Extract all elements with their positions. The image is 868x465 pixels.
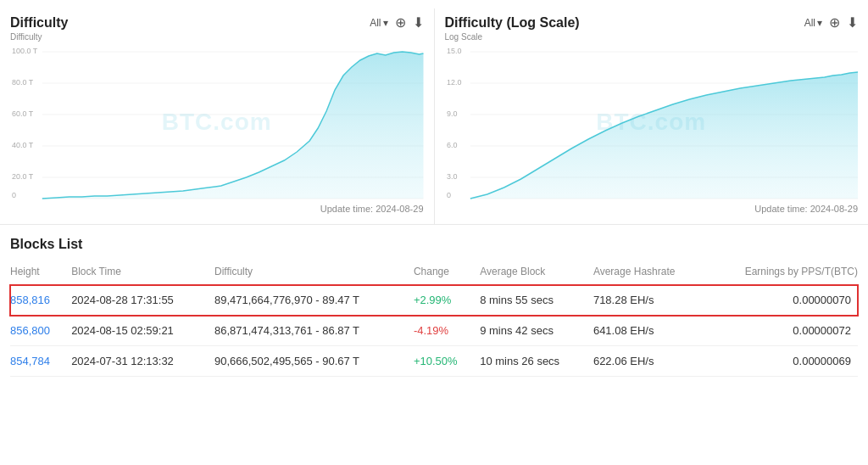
left-range-button[interactable]: All ▾ (370, 17, 387, 29)
blocks-table-body: 858,8162024-08-28 17:31:5589,471,664,776… (10, 285, 858, 377)
left-chart-area: BTC.com 100.0 T 80.0 T 60.0 T 40.0 T 20.… (10, 43, 424, 200)
col-earnings: Earnings by PPS/T(BTC) (709, 262, 858, 285)
col-block-time: Block Time (71, 262, 214, 285)
cell-difficulty: 89,471,664,776,970 - 89.47 T (214, 285, 414, 316)
cell-earnings: 0.00000069 (709, 346, 858, 377)
svg-text:100.0 T: 100.0 T (12, 47, 38, 55)
cell-avg-block: 8 mins 55 secs (480, 285, 593, 316)
col-avg-hashrate: Average Hashrate (593, 262, 709, 285)
left-chart-header: Difficulty All ▾ ⊕ ⬇ (10, 15, 424, 31)
left-chart-y-label: Difficulty (10, 32, 424, 42)
left-chart-panel: Difficulty All ▾ ⊕ ⬇ Difficulty BTC.com … (0, 8, 435, 224)
cell-block-time: 2024-08-28 17:31:55 (71, 285, 214, 316)
right-chart-area: BTC.com 15.0 12.0 9.0 6.0 3.0 0 (445, 43, 859, 200)
svg-text:80.0 T: 80.0 T (12, 78, 34, 87)
cell-height: 854,784 (10, 346, 71, 377)
left-chart-svg: 100.0 T 80.0 T 60.0 T 40.0 T 20.0 T 0 (10, 43, 424, 200)
right-update-time: Update time: 2024-08-29 (445, 204, 859, 219)
col-avg-block: Average Block (480, 262, 593, 285)
cell-avg-hashrate: 718.28 EH/s (593, 285, 709, 316)
svg-text:6.0: 6.0 (446, 141, 456, 149)
svg-text:0: 0 (446, 191, 450, 199)
svg-text:12.0: 12.0 (446, 78, 460, 87)
right-chart-header: Difficulty (Log Scale) All ▾ ⊕ ⬇ (445, 15, 859, 31)
blocks-table: Height Block Time Difficulty Change Aver… (10, 262, 858, 377)
table-row: 856,8002024-08-15 02:59:2186,871,474,313… (10, 316, 858, 346)
right-chart-svg: 15.0 12.0 9.0 6.0 3.0 0 (445, 43, 859, 200)
left-zoom-button[interactable]: ⊕ (395, 16, 406, 30)
block-height-link[interactable]: 858,816 (10, 294, 50, 306)
table-row: 854,7842024-07-31 12:13:3290,666,502,495… (10, 346, 858, 377)
svg-text:3.0: 3.0 (446, 172, 456, 181)
cell-avg-hashrate: 641.08 EH/s (593, 316, 709, 346)
block-height-link[interactable]: 856,800 (10, 324, 50, 337)
blocks-list-section: Blocks List Height Block Time Difficulty… (0, 225, 868, 377)
cell-change: +10.50% (414, 346, 480, 377)
left-chart-title: Difficulty (10, 15, 68, 31)
svg-text:15.0: 15.0 (446, 47, 460, 55)
right-chart-title: Difficulty (Log Scale) (445, 15, 580, 31)
col-height: Height (10, 262, 71, 285)
cell-earnings: 0.00000072 (709, 316, 858, 346)
col-change: Change (414, 262, 480, 285)
table-header: Height Block Time Difficulty Change Aver… (10, 262, 858, 285)
cell-avg-hashrate: 622.06 EH/s (593, 346, 709, 377)
cell-change: +2.99% (414, 285, 480, 316)
cell-block-time: 2024-08-15 02:59:21 (71, 316, 214, 346)
svg-text:60.0 T: 60.0 T (12, 109, 34, 118)
cell-avg-block: 10 mins 26 secs (480, 346, 593, 377)
col-difficulty: Difficulty (214, 262, 414, 285)
svg-text:40.0 T: 40.0 T (12, 141, 34, 149)
blocks-list-title: Blocks List (10, 237, 858, 252)
svg-text:0: 0 (12, 191, 16, 199)
chevron-down-icon: ▾ (383, 17, 388, 29)
left-download-button[interactable]: ⬇ (413, 16, 424, 30)
cell-difficulty: 90,666,502,495,565 - 90.67 T (214, 346, 414, 377)
cell-height: 856,800 (10, 316, 71, 346)
right-download-button[interactable]: ⬇ (847, 16, 858, 30)
cell-avg-block: 9 mins 42 secs (480, 316, 593, 346)
cell-change: -4.19% (414, 316, 480, 346)
chevron-down-icon: ▾ (817, 17, 822, 29)
cell-block-time: 2024-07-31 12:13:32 (71, 346, 214, 377)
table-row: 858,8162024-08-28 17:31:5589,471,664,776… (10, 285, 858, 316)
cell-earnings: 0.00000070 (709, 285, 858, 316)
cell-height: 858,816 (10, 285, 71, 316)
blocks-table-wrapper: Height Block Time Difficulty Change Aver… (10, 262, 858, 377)
left-chart-controls: All ▾ ⊕ ⬇ (370, 16, 423, 30)
cell-difficulty: 86,871,474,313,761 - 86.87 T (214, 316, 414, 346)
right-zoom-button[interactable]: ⊕ (829, 16, 840, 30)
block-height-link[interactable]: 854,784 (10, 355, 50, 367)
right-chart-panel: Difficulty (Log Scale) All ▾ ⊕ ⬇ Log Sca… (435, 8, 869, 224)
right-chart-y-label: Log Scale (445, 32, 859, 42)
left-update-time: Update time: 2024-08-29 (10, 204, 424, 219)
right-range-button[interactable]: All ▾ (804, 17, 822, 29)
svg-text:9.0: 9.0 (446, 109, 456, 118)
svg-text:20.0 T: 20.0 T (12, 172, 34, 181)
charts-section: Difficulty All ▾ ⊕ ⬇ Difficulty BTC.com … (0, 0, 868, 225)
right-chart-controls: All ▾ ⊕ ⬇ (804, 16, 858, 30)
